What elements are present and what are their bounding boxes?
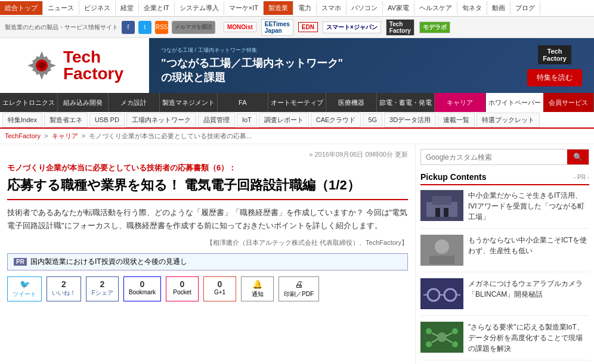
pickup-text-0[interactable]: 中小企業だからこそ生きるIT活用、IVIアワードを受賞した「つながる町工場」 <box>468 190 589 222</box>
cat-career[interactable]: キャリア <box>435 93 485 112</box>
sub-nav-iot[interactable]: IoT <box>237 113 257 126</box>
morelabo-logo[interactable]: モデラボ <box>419 21 450 33</box>
banner-read-button[interactable]: 特集を読む <box>527 69 582 86</box>
breadcrumb-career[interactable]: キャリア <box>52 132 78 139</box>
top-nav-item-pc[interactable]: パソコン <box>346 1 383 15</box>
sub-nav: 特集Index 製造省エネ USB PD 工場内ネットワーク 品質管理 IoT … <box>0 112 594 129</box>
breadcrumb-home[interactable]: TechFactory <box>5 132 41 139</box>
top-nav-item-business[interactable]: ビジネス <box>79 1 116 15</box>
rss-icon[interactable]: RSS <box>155 21 168 34</box>
search-input[interactable] <box>421 150 567 164</box>
sub-nav-booklet[interactable]: 特選ブックレット <box>477 113 540 127</box>
search-button[interactable]: 🔍 <box>567 150 589 164</box>
top-nav-item-health[interactable]: ヘルスケア <box>414 1 457 15</box>
cat-mecha[interactable]: メカ設計 <box>109 93 159 112</box>
sub-nav-factory-network[interactable]: 工場内ネットワーク <box>126 113 196 127</box>
cat-manufacturing-mgmt[interactable]: 製造マネジメント <box>160 93 218 112</box>
top-nav-item-power[interactable]: 電力 <box>293 1 317 15</box>
gplus-button[interactable]: 0 G+1 <box>203 276 236 301</box>
top-nav-item-top[interactable]: 総合トップ <box>0 1 43 15</box>
sub-nav-3d[interactable]: 3Dデータ活用 <box>384 113 436 127</box>
pocket-label: Pocket <box>173 289 191 295</box>
partner-logos: MONOist EETimesJapan EDN スマート×ジャパン TechF… <box>224 19 450 36</box>
eetimes-logo[interactable]: EETimesJapan <box>261 19 293 36</box>
pickup-text-1[interactable]: もうかならない中小企業こそICTを使わず、生産性も低い <box>468 235 589 266</box>
facebook-like-button[interactable]: 2 いいね！ <box>47 276 81 301</box>
search-box: 🔍 <box>420 149 589 165</box>
category-nav: エレクトロニクス 組み込み開発 メカ設計 製造マネジメント FA オートモーティ… <box>0 93 594 112</box>
cat-member[interactable]: 会員サービス <box>543 93 594 112</box>
logo-area[interactable]: Tech Factory <box>0 38 149 93</box>
sub-nav-quality[interactable]: 品質管理 <box>198 113 235 127</box>
pickup-item-0: 中小企業だからこそ生きるIT活用、IVIアワードを受賞した「つながる町工場」 <box>420 190 589 229</box>
logo-box: Tech Factory <box>25 49 123 82</box>
twitter-icon[interactable]: t <box>138 21 151 34</box>
facebook-share-button[interactable]: 2 Fシェア <box>86 276 119 301</box>
sub-nav-cae[interactable]: CAEクラウド <box>311 113 361 127</box>
bookmark-count: 0 <box>140 279 145 289</box>
svg-point-5 <box>38 62 45 69</box>
brand-bar: 製造業のための製品・サービス情報サイト f t RSS メルマガを購読 MONO… <box>0 17 594 38</box>
cat-electronics[interactable]: エレクトロニクス <box>0 93 58 112</box>
pickup-text-2[interactable]: メガネにつけるウェアラブルカメラ「BLINCAM」開発秘話 <box>468 278 589 309</box>
notify-button[interactable]: 🔔 通知 <box>241 276 274 301</box>
smartjapan-logo[interactable]: スマート×ジャパン <box>323 21 381 33</box>
pickup-text-3[interactable]: "さらなる要求"に応える製造業IoT、データ分析を高度化することで現場の課題を解… <box>468 322 589 354</box>
top-nav-item-blog[interactable]: ブログ <box>511 1 540 15</box>
edn-logo[interactable]: EDN <box>298 22 318 32</box>
site-description: 製造業のための製品・サービス情報サイト <box>5 23 118 32</box>
gplus-count: 0 <box>218 279 222 289</box>
breadcrumb: TechFactory > キャリア > モノづくり企業が本当に必要としている技… <box>0 129 594 144</box>
facebook-label: いいね！ <box>52 289 76 297</box>
cat-embedded[interactable]: 組み込み開発 <box>58 93 109 112</box>
top-nav-item-market[interactable]: マーケ×IT <box>224 1 264 15</box>
svg-rect-13 <box>429 256 454 264</box>
sub-nav-manufacturing-energy[interactable]: 製造省エネ <box>44 113 88 127</box>
techfactory-partner-logo[interactable]: TechFactory <box>386 19 414 36</box>
cat-medical[interactable]: 医療機器 <box>326 93 377 112</box>
top-nav-item-company-it[interactable]: 企業とIT <box>139 1 175 15</box>
bookmark-button[interactable]: 0 Bookmark <box>123 276 161 301</box>
pickup-item-1: もうかならない中小企業こそICTを使わず、生産性も低い <box>420 235 589 272</box>
logo-text: Tech Factory <box>63 49 123 82</box>
cat-automotive[interactable]: オートモーティブ <box>268 93 326 112</box>
svg-point-25 <box>452 341 458 347</box>
facebook-count: 2 <box>61 279 66 289</box>
monoist-logo[interactable]: MONOist <box>224 22 256 32</box>
cat-fa[interactable]: FA <box>218 93 268 112</box>
sub-nav-series[interactable]: 連載一覧 <box>438 113 475 127</box>
twitter-share-button[interactable]: 🐦 ツイート <box>7 276 42 301</box>
svg-point-24 <box>426 341 432 347</box>
article-body: 技術者であるあなたが転職活動を行う際、どのような「履歴書」「職務経歴書」を作成し… <box>7 206 408 232</box>
svg-point-22 <box>426 328 432 334</box>
sub-nav-usbpd[interactable]: USB PD <box>89 113 125 126</box>
top-nav-item-video[interactable]: 動画 <box>487 1 511 15</box>
top-nav-item-manufacturing[interactable]: 製造業 <box>264 1 293 15</box>
header-banner[interactable]: つながる工場 / 工場内ネットワーク特集 "つながる工場／工場内ネットワーク"の… <box>149 38 594 93</box>
top-nav-item-smartphone[interactable]: スマホ <box>317 1 346 15</box>
pr-banner[interactable]: PR 国内製造業におけるIT投資の現状と今後の見通し <box>7 253 408 270</box>
pr-text: 国内製造業におけるIT投資の現状と今後の見通し <box>30 257 187 267</box>
pr-badge: PR <box>14 258 27 266</box>
facebook-icon[interactable]: f <box>122 21 135 34</box>
top-nav-item-news[interactable]: ニュース <box>43 1 79 15</box>
facebook-share-count: 2 <box>100 279 105 289</box>
top-nav-item-economy[interactable]: 経堂 <box>116 1 139 15</box>
notify-icon: 🔔 <box>252 279 262 289</box>
article-date: » 2016年09月06日 09時00分 更新 <box>7 150 408 159</box>
pickup-thumb-1 <box>420 235 463 266</box>
twitter-icon: 🐦 <box>20 279 30 289</box>
article-author: 【相澤庸介（日本アルテック株式会社 代表取締役）、TechFactory】 <box>7 238 408 247</box>
cat-energy[interactable]: 節電・蓄電・発電 <box>377 93 435 112</box>
pocket-button[interactable]: 0 Pocket <box>166 276 199 301</box>
top-nav-item-system[interactable]: システム導入 <box>175 1 224 15</box>
top-nav-item-trending[interactable]: 旬ネタ <box>457 1 487 15</box>
sub-nav-survey[interactable]: 調査レポート <box>259 113 309 127</box>
sub-nav-5g[interactable]: 5G <box>363 113 382 126</box>
cat-whitepaper[interactable]: ホワイトペーパー <box>486 93 543 112</box>
mail-magazine-button[interactable]: メルマガを購読 <box>172 21 215 34</box>
sub-nav-index[interactable]: 特集Index <box>2 113 42 127</box>
print-button[interactable]: 🖨 印刷／PDF <box>279 276 319 301</box>
top-nav-item-av[interactable]: AV家電 <box>383 1 414 15</box>
svg-rect-9 <box>435 208 440 217</box>
